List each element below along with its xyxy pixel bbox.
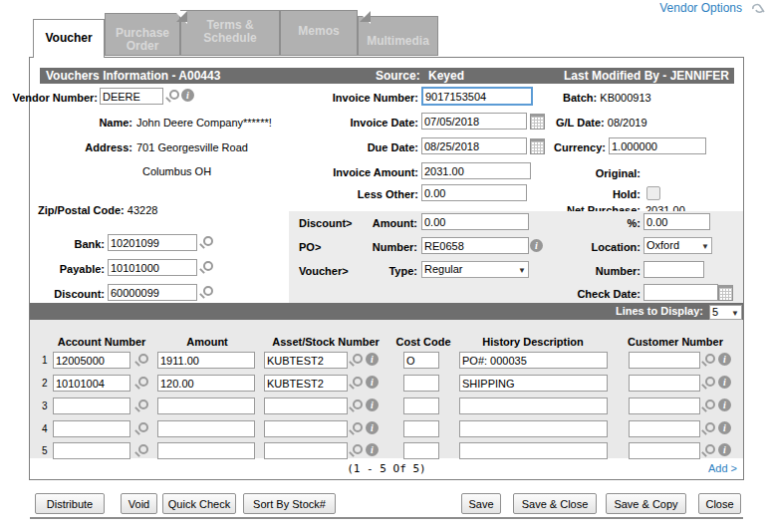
account-input[interactable] bbox=[53, 442, 130, 459]
customer-input[interactable] bbox=[629, 352, 700, 369]
history-input[interactable] bbox=[459, 420, 608, 437]
customer-info-icon[interactable] bbox=[718, 443, 731, 456]
voucher-number-input[interactable] bbox=[643, 261, 704, 278]
invoice-number-input[interactable] bbox=[421, 87, 533, 106]
amount-input[interactable] bbox=[157, 442, 255, 459]
distribute-button[interactable]: Distribute bbox=[35, 493, 105, 514]
tab-memos[interactable]: Memos bbox=[280, 10, 358, 56]
save-button[interactable]: Save bbox=[461, 493, 501, 514]
add-line-link[interactable]: Add > bbox=[677, 462, 737, 474]
payable-search-icon[interactable] bbox=[199, 260, 214, 275]
asset-info-icon[interactable] bbox=[366, 443, 379, 456]
payable-input[interactable] bbox=[108, 259, 197, 276]
customer-info-icon[interactable] bbox=[718, 353, 731, 366]
quick-check-button[interactable]: Quick Check bbox=[162, 493, 236, 514]
vendor-search-icon[interactable] bbox=[165, 89, 180, 104]
history-input[interactable] bbox=[459, 442, 608, 459]
customer-search-icon[interactable] bbox=[701, 376, 716, 391]
asset-info-icon[interactable] bbox=[366, 421, 379, 434]
void-button[interactable]: Void bbox=[121, 493, 157, 514]
discount-account-input[interactable] bbox=[108, 284, 197, 301]
cost-code-input[interactable] bbox=[403, 420, 439, 437]
batch-field: Batch: KB000913 bbox=[563, 92, 651, 104]
customer-info-icon[interactable] bbox=[718, 376, 731, 389]
bank-input[interactable] bbox=[108, 234, 197, 251]
customer-search-icon[interactable] bbox=[701, 421, 716, 436]
account-search-icon[interactable] bbox=[134, 443, 149, 458]
account-input[interactable] bbox=[53, 420, 130, 437]
currency-input[interactable] bbox=[609, 137, 706, 154]
close-button[interactable]: Close bbox=[698, 493, 741, 514]
type-value: Regular bbox=[424, 262, 463, 277]
customer-info-icon[interactable] bbox=[718, 421, 731, 434]
tab-terms-schedule[interactable]: Terms & Schedule bbox=[180, 10, 280, 56]
asset-input[interactable] bbox=[264, 398, 348, 414]
check-date-input[interactable] bbox=[643, 284, 718, 301]
amount-input[interactable] bbox=[157, 375, 255, 392]
customer-search-icon[interactable] bbox=[701, 399, 716, 413]
asset-input[interactable] bbox=[264, 352, 348, 369]
asset-info-icon[interactable] bbox=[366, 399, 379, 411]
cost-code-input[interactable] bbox=[403, 375, 439, 392]
save-close-button[interactable]: Save & Close bbox=[513, 493, 597, 514]
vendor-info-icon[interactable] bbox=[181, 89, 194, 102]
customer-input[interactable] bbox=[629, 420, 700, 437]
account-search-icon[interactable] bbox=[134, 376, 149, 391]
bank-search-icon[interactable] bbox=[199, 235, 214, 250]
asset-search-icon[interactable] bbox=[349, 399, 364, 413]
account-search-icon[interactable] bbox=[134, 399, 149, 413]
account-input[interactable] bbox=[53, 352, 130, 369]
asset-search-icon[interactable] bbox=[349, 421, 364, 436]
customer-info-icon[interactable] bbox=[718, 399, 731, 411]
save-copy-button[interactable]: Save & Copy bbox=[606, 493, 686, 514]
cost-code-input[interactable] bbox=[403, 442, 439, 459]
account-search-icon[interactable] bbox=[134, 421, 149, 436]
discount-search-icon[interactable] bbox=[199, 285, 214, 300]
lines-to-display-label: Lines to Display: bbox=[616, 303, 703, 320]
invoice-date-calendar-icon[interactable] bbox=[530, 114, 545, 130]
po-number-input[interactable] bbox=[421, 237, 529, 254]
vendor-options-link[interactable]: Vendor Options bbox=[598, 1, 742, 15]
amount-input[interactable] bbox=[157, 398, 255, 414]
less-other-input[interactable] bbox=[421, 184, 527, 201]
tab-purchase-order[interactable]: Purchase Order bbox=[105, 13, 180, 56]
asset-info-icon[interactable] bbox=[366, 376, 379, 389]
po-info-icon[interactable] bbox=[530, 239, 543, 252]
customer-input[interactable] bbox=[629, 442, 700, 459]
lines-to-display-select[interactable]: 5 bbox=[709, 305, 742, 320]
paperclip-icon[interactable] bbox=[750, 0, 769, 16]
history-input[interactable] bbox=[459, 352, 608, 369]
asset-input[interactable] bbox=[264, 442, 348, 459]
customer-search-icon[interactable] bbox=[701, 353, 716, 368]
hold-checkbox[interactable] bbox=[646, 186, 660, 200]
customer-input[interactable] bbox=[629, 375, 700, 392]
percent-input[interactable] bbox=[643, 213, 710, 230]
vendor-number-input[interactable] bbox=[100, 88, 163, 105]
invoice-amount-input[interactable] bbox=[421, 162, 531, 179]
account-search-icon[interactable] bbox=[134, 353, 149, 368]
history-input[interactable] bbox=[459, 375, 608, 392]
tab-voucher[interactable]: Voucher bbox=[33, 19, 105, 58]
asset-info-icon[interactable] bbox=[366, 353, 379, 366]
discount-amount-input[interactable] bbox=[421, 213, 529, 230]
invoice-date-input[interactable] bbox=[421, 113, 527, 130]
customer-search-icon[interactable] bbox=[701, 443, 716, 458]
account-input[interactable] bbox=[53, 375, 130, 392]
type-select[interactable]: Regular bbox=[421, 261, 529, 278]
due-date-input[interactable] bbox=[421, 137, 527, 154]
amount-input[interactable] bbox=[157, 420, 255, 437]
asset-input[interactable] bbox=[264, 420, 348, 437]
amount-input[interactable] bbox=[157, 352, 255, 369]
asset-search-icon[interactable] bbox=[349, 443, 364, 458]
customer-input[interactable] bbox=[629, 398, 700, 414]
cost-code-input[interactable] bbox=[403, 398, 439, 414]
account-input[interactable] bbox=[53, 398, 130, 414]
cost-code-input[interactable] bbox=[403, 352, 439, 369]
location-select[interactable]: Oxford bbox=[643, 237, 712, 254]
check-date-calendar-icon[interactable] bbox=[718, 285, 733, 301]
sort-by-stock-button[interactable]: Sort By Stock# bbox=[243, 493, 336, 514]
asset-search-icon[interactable] bbox=[349, 353, 364, 368]
asset-input[interactable] bbox=[264, 375, 348, 392]
asset-search-icon[interactable] bbox=[349, 376, 364, 391]
history-input[interactable] bbox=[459, 398, 608, 414]
